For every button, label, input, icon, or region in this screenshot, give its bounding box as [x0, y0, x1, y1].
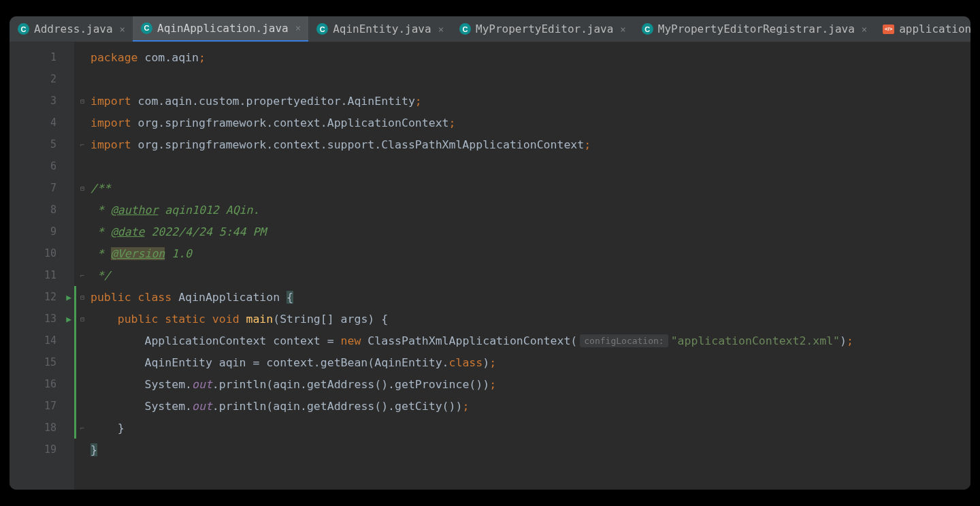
tab-aqin-entity[interactable]: C AqinEntity.java × — [308, 16, 451, 42]
fold-handle-icon[interactable]: ⊟ — [80, 315, 84, 323]
line-number: 14 — [10, 330, 74, 351]
code-line: System.out.println(aqin.getAddress().get… — [91, 395, 970, 417]
line-number: 15 — [10, 351, 74, 373]
code-line: */ — [91, 264, 970, 286]
line-number: 19 — [10, 439, 74, 460]
line-number: 18 — [10, 417, 74, 439]
line-number: 5 — [10, 133, 74, 155]
code-line: ApplicationContext context = new ClassPa… — [91, 330, 970, 351]
java-class-icon: C — [459, 23, 471, 35]
editor-body: 1 2 3 4 5 6 7 8 9 10 11 12 13 14 15 16 1… — [10, 42, 970, 490]
line-number: 17 — [10, 395, 74, 417]
java-class-icon: C — [18, 23, 29, 35]
tab-label: applicationContext2.xml — [899, 22, 970, 35]
tab-application-context-xml[interactable]: </> applicationContext2.xml × — [875, 16, 970, 42]
line-number: 10 — [10, 242, 74, 264]
close-icon[interactable]: × — [118, 24, 127, 35]
code-line — [91, 68, 970, 90]
tab-label: Address.java — [34, 22, 113, 35]
run-icon[interactable] — [66, 292, 71, 302]
line-number: 4 — [10, 112, 74, 133]
xml-file-icon: </> — [883, 25, 894, 34]
line-number: 9 — [10, 221, 74, 242]
tab-bar: C Address.java × C AqinApplication.java … — [10, 16, 970, 42]
code-line: AqinEntity aqin = context.getBean(AqinEn… — [91, 351, 970, 373]
tab-label: MyPropertyEditor.java — [476, 22, 613, 35]
code-line: import org.springframework.context.Appli… — [91, 112, 970, 133]
tab-label: AqinApplication.java — [157, 22, 289, 35]
tab-label: MyPropertyEditorRegistrar.java — [658, 22, 855, 35]
fold-end-icon[interactable]: ⌐ — [80, 272, 84, 279]
code-line: public class AqinApplication { — [91, 286, 970, 308]
line-gutter[interactable]: 1 2 3 4 5 6 7 8 9 10 11 12 13 14 15 16 1… — [10, 42, 74, 490]
close-icon[interactable]: × — [860, 24, 869, 35]
fold-end-icon[interactable]: ⌐ — [80, 424, 84, 432]
tab-address[interactable]: C Address.java × — [10, 16, 133, 42]
line-number: 11 — [10, 264, 74, 286]
code-line: * @date 2022/4/24 5:44 PM — [91, 221, 970, 242]
code-line: } — [91, 417, 970, 439]
fold-handle-icon[interactable]: ⊟ — [80, 97, 84, 105]
tab-my-property-editor[interactable]: C MyPropertyEditor.java × — [451, 16, 634, 42]
editor-window: C Address.java × C AqinApplication.java … — [10, 16, 970, 490]
code-line: import com.aqin.custom.propertyeditor.Aq… — [91, 90, 970, 112]
code-line: * @Version 1.0 — [91, 242, 970, 264]
line-number: 6 — [10, 155, 74, 177]
code-line: System.out.println(aqin.getAddress().get… — [91, 373, 970, 395]
close-icon[interactable]: × — [436, 24, 446, 35]
line-number: 7 — [10, 177, 74, 199]
java-class-icon: C — [642, 23, 653, 35]
inline-param-hint: configLocation: — [580, 334, 668, 347]
line-number: 12 — [10, 286, 74, 308]
code-line: /** — [91, 177, 970, 199]
close-icon[interactable]: × — [293, 22, 303, 33]
line-number: 3 — [10, 90, 74, 112]
code-line: public static void main(String[] args) { — [91, 308, 970, 330]
fold-handle-icon[interactable]: ⊟ — [80, 185, 84, 192]
tab-my-property-editor-registrar[interactable]: C MyPropertyEditorRegistrar.java × — [634, 16, 875, 42]
close-icon[interactable]: × — [618, 24, 627, 35]
fold-end-icon[interactable]: ⌐ — [80, 141, 84, 148]
tab-label: AqinEntity.java — [333, 22, 431, 35]
run-icon[interactable] — [66, 314, 71, 324]
fold-column: ⊟ ⌐ ⊟ ⌐ ⊟ ⊟ ⌐ — [77, 42, 88, 490]
code-line: package com.aqin; — [91, 46, 970, 68]
code-line — [91, 155, 970, 177]
code-line: } — [91, 439, 970, 460]
line-number: 1 — [10, 46, 74, 68]
line-number: 13 — [10, 308, 74, 330]
line-number: 16 — [10, 373, 74, 395]
fold-handle-icon[interactable]: ⊟ — [80, 294, 84, 301]
code-line: * @author aqin1012 AQin. — [91, 199, 970, 221]
line-number: 8 — [10, 199, 74, 221]
tab-aqin-application[interactable]: C AqinApplication.java × — [133, 16, 308, 42]
java-class-icon: C — [316, 23, 328, 35]
code-line: import org.springframework.context.suppo… — [91, 133, 970, 155]
java-class-icon: C — [141, 22, 152, 34]
line-number: 2 — [10, 68, 74, 90]
code-area[interactable]: package com.aqin; import com.aqin.custom… — [88, 42, 970, 490]
